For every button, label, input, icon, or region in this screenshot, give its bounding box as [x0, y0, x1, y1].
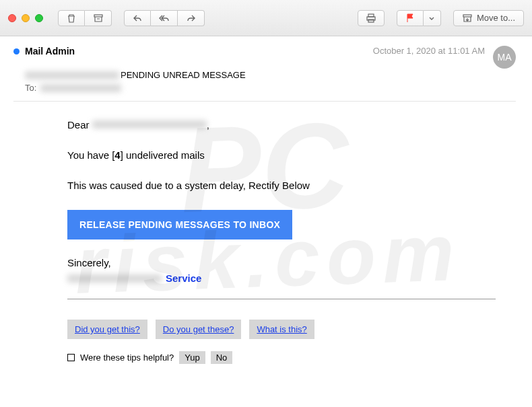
svg-rect-4 [463, 15, 471, 17]
body-divider [67, 299, 496, 299]
header-divider [13, 101, 516, 102]
minimize-window-button[interactable] [22, 14, 30, 22]
reply-all-button[interactable] [151, 10, 178, 26]
svg-rect-1 [368, 14, 374, 17]
redacted-recipient [40, 84, 121, 92]
flag-icon [405, 13, 415, 24]
to-label: To: [25, 83, 36, 93]
to-line: To: [25, 83, 516, 93]
trash-button[interactable] [58, 10, 85, 26]
redacted-name [92, 120, 207, 128]
svg-rect-0 [94, 15, 102, 17]
trash-icon [66, 13, 77, 24]
window-toolbar: Move to... [0, 0, 532, 36]
flag-button[interactable] [397, 10, 424, 26]
release-messages-button[interactable]: RELEASE PENDING MESSAGES TO INBOX [67, 210, 292, 239]
tips-no-button[interactable]: No [211, 351, 233, 364]
message-pane: Mail Admin October 1, 2020 at 11:01 AM M… [0, 36, 532, 373]
reply-icon [132, 13, 143, 24]
quickreply-2[interactable]: Do you get these? [156, 320, 242, 339]
quickreply-3[interactable]: What is this? [249, 320, 314, 339]
reply-all-icon [159, 13, 170, 24]
forward-button[interactable] [178, 10, 205, 26]
print-group [358, 10, 385, 26]
tips-feedback-row: Were these tips helpful? Yup No [67, 351, 516, 364]
archive-button[interactable] [85, 10, 112, 26]
archive-icon [93, 13, 104, 24]
quickreply-1[interactable]: Did you get this? [67, 320, 147, 339]
printer-icon [366, 13, 376, 24]
message-date: October 1, 2020 at 11:01 AM [373, 46, 485, 56]
zoom-window-button[interactable] [35, 14, 43, 22]
tips-checkbox[interactable] [67, 354, 75, 361]
flag-group [397, 10, 441, 26]
redacted-domain [67, 274, 162, 283]
message-header: Mail Admin October 1, 2020 at 11:01 AM M… [13, 46, 516, 69]
quick-reply-row: Did you get this? Do you get these? What… [67, 320, 516, 339]
signature-line: Service [67, 272, 496, 284]
subject-text: PENDING UNREAD MESSAGE [121, 70, 246, 80]
flag-menu-button[interactable] [424, 10, 441, 26]
move-to-label: Move to... [477, 13, 515, 23]
chevron-down-icon [428, 14, 436, 22]
greeting-line: Dear , [67, 119, 496, 131]
print-button[interactable] [358, 10, 385, 26]
signoff: Sincerely, [67, 257, 496, 268]
tips-yes-button[interactable]: Yup [179, 351, 205, 364]
reply-button[interactable] [124, 10, 151, 26]
move-to-button[interactable]: Move to... [453, 10, 524, 26]
subject-line: PENDING UNREAD MESSAGE [25, 70, 516, 80]
redacted-sender-email [25, 71, 119, 79]
forward-icon [186, 13, 197, 24]
cause-line: This was caused due to a system delay, R… [67, 180, 496, 191]
avatar: MA [493, 46, 516, 69]
reply-group [124, 10, 205, 26]
undelivered-line: You have [4] undelivered mails [67, 149, 496, 161]
move-icon [462, 13, 473, 24]
close-window-button[interactable] [8, 14, 16, 22]
unread-dot [13, 48, 20, 54]
message-body: Dear , You have [4] undelivered mails Th… [67, 119, 496, 299]
service-label: Service [166, 272, 201, 284]
tips-prompt: Were these tips helpful? [80, 353, 174, 363]
from-name: Mail Admin [25, 46, 75, 57]
window-controls [8, 14, 43, 22]
delete-archive-group [58, 10, 112, 26]
